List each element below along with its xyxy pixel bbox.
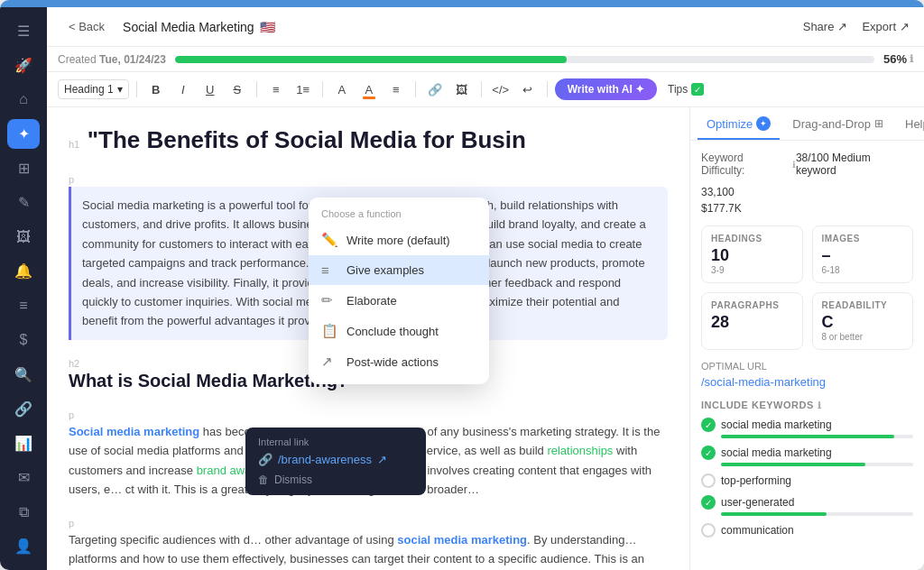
share-button[interactable]: Share ↗ — [803, 20, 848, 33]
sidebar-icon-email[interactable]: ✉ — [7, 464, 40, 492]
app-wrapper: ☰ 🚀 ⌂ ✦ ⊞ ✎ 🖼 🔔 ≡ $ 🔍 🔗 📊 ✉ ⧉ 👤 < Back S… — [0, 0, 924, 570]
ai-dropdown-label: Choose a function — [309, 205, 489, 225]
p-marker-1: p — [69, 174, 74, 185]
sidebar-icon-edit[interactable]: ✎ — [7, 188, 40, 217]
kw-check-1: ✓ — [701, 418, 716, 432]
link-button[interactable]: 🔗 — [423, 78, 447, 101]
ordered-list-button[interactable]: 1≡ — [291, 78, 315, 101]
content-and-right: h1 "The Benefits of Social Media for Bus… — [47, 107, 924, 570]
sidebar-icon-layers[interactable]: ⧉ — [7, 498, 40, 527]
progress-bar-track — [175, 56, 874, 63]
export-button[interactable]: Export ↗ — [862, 20, 910, 33]
left-sidebar: ☰ 🚀 ⌂ ✦ ⊞ ✎ 🖼 🔔 ≡ $ 🔍 🔗 📊 ✉ ⧉ 👤 — [0, 7, 47, 570]
kw-bar-fill-4 — [721, 512, 827, 516]
paragraphs-label: PARAGRAPHS — [711, 300, 793, 310]
headings-label: HEADINGS — [711, 234, 793, 244]
tab-optimize[interactable]: Optimize ✦ — [698, 107, 780, 140]
sidebar-icon-dollar[interactable]: $ — [7, 326, 40, 354]
toolbar-separator-1 — [136, 81, 137, 97]
kw-item-1: ✓ social media marketing — [701, 418, 913, 438]
ai-elaborate[interactable]: ✏ Elaborate — [309, 285, 489, 316]
underline-button[interactable]: U — [199, 78, 222, 101]
progress-percentage: 56% ℹ — [883, 52, 913, 66]
sidebar-icon-link[interactable]: 🔗 — [7, 394, 40, 423]
kw-check-5 — [701, 523, 716, 538]
kw-bar-fill-2 — [721, 463, 865, 466]
link-icon: 🔗 — [258, 453, 273, 466]
italic-button[interactable]: I — [171, 78, 195, 101]
sidebar-icon-menu[interactable]: ☰ — [7, 16, 40, 45]
images-label: IMAGES — [822, 234, 904, 244]
ai-conclude[interactable]: 📋 Conclude thought — [309, 316, 489, 346]
tab-help[interactable]: Help ? — [896, 107, 924, 140]
link-relationships[interactable]: relationships — [547, 444, 613, 457]
sidebar-icon-list[interactable]: ≡ — [7, 291, 40, 320]
internal-link-popup: Internal link 🔗 /brand-awareness ↗ 🗑 Dis… — [245, 428, 426, 495]
p-marker-3: p — [69, 518, 74, 529]
readability-stat-box: READABILITY C 8 or better — [812, 292, 914, 350]
p-marker-2: p — [69, 409, 74, 420]
optimal-url-section: OPTIMAL URL /social-media-marketing — [701, 361, 913, 389]
font-color-button[interactable]: A — [330, 78, 354, 101]
kw-name-5: communication — [721, 524, 794, 537]
sidebar-icon-rocket[interactable]: 🚀 — [7, 51, 40, 79]
strikethrough-button[interactable]: S — [226, 78, 249, 101]
link-social-media-marketing-1[interactable]: Social media marketing — [69, 425, 199, 438]
unordered-list-button[interactable]: ≡ — [264, 78, 288, 101]
heading-select[interactable]: Heading 1 ▾ — [58, 79, 129, 99]
ai-post-wide[interactable]: ↗ Post-wide actions — [309, 346, 489, 377]
progress-bar-area: Created Tue, 01/24/23 56% ℹ — [47, 47, 924, 72]
trash-icon: 🗑 — [258, 473, 269, 486]
headings-value: 10 — [711, 246, 793, 265]
tips-label: Tips ✓ — [668, 83, 704, 96]
sidebar-icon-bell[interactable]: 🔔 — [7, 257, 40, 286]
highlight-button[interactable]: A — [357, 78, 381, 101]
sidebar-icon-home[interactable]: ⌂ — [7, 85, 40, 114]
sidebar-icon-image[interactable]: 🖼 — [7, 223, 40, 252]
h2-marker: h2 — [69, 358, 79, 369]
ai-dropdown: Choose a function ✏️ Write more (default… — [309, 198, 489, 384]
sidebar-icon-user[interactable]: 👤 — [7, 532, 40, 561]
editor-area[interactable]: h1 "The Benefits of Social Media for Bus… — [47, 107, 689, 570]
toolbar-separator-3 — [322, 81, 323, 97]
undo-button[interactable]: ↩ — [516, 78, 540, 101]
write-icon: ✏️ — [321, 232, 337, 248]
internal-link-url[interactable]: 🔗 /brand-awareness ↗ — [258, 453, 413, 466]
align-button[interactable]: ≡ — [384, 78, 408, 101]
link-dismiss-button[interactable]: 🗑 Dismiss — [258, 473, 413, 486]
external-link-icon: ↗ — [377, 453, 387, 466]
stats-grid: HEADINGS 10 3-9 IMAGES – 6-18 PARAGRAPHS — [701, 225, 913, 350]
sidebar-icon-grid[interactable]: ⊞ — [7, 154, 40, 183]
kw-stats: 33,100 — [701, 186, 913, 198]
main-area: ☰ 🚀 ⌂ ✦ ⊞ ✎ 🖼 🔔 ≡ $ 🔍 🔗 📊 ✉ ⧉ 👤 < Back S… — [0, 7, 924, 570]
examples-icon: ≡ — [321, 262, 337, 278]
post-wide-icon: ↗ — [321, 354, 337, 370]
tab-drag-drop[interactable]: Drag-and-Drop ⊞ — [783, 107, 892, 140]
image-button[interactable]: 🖼 — [450, 78, 474, 101]
kw-item-3: top-performing — [701, 473, 913, 488]
sidebar-icon-active[interactable]: ✦ — [7, 119, 40, 148]
kw-name-3: top-performing — [721, 474, 791, 487]
code-button[interactable]: </> — [489, 78, 513, 101]
readability-value: C — [822, 313, 904, 332]
share-icon: ↗ — [837, 20, 847, 33]
toolbar: Heading 1 ▾ B I U S ≡ 1≡ A A ≡ 🔗 🖼 </> — [47, 72, 924, 107]
bold-button[interactable]: B — [144, 78, 168, 101]
headings-stat-box: HEADINGS 10 3-9 — [701, 225, 803, 283]
tips-checkbox[interactable]: ✓ — [691, 83, 704, 96]
write-ai-button[interactable]: Write with AI ✦ — [555, 78, 657, 100]
toolbar-separator-6 — [547, 81, 548, 97]
ai-give-examples[interactable]: ≡ Give examples — [309, 255, 489, 285]
sidebar-icon-chart[interactable]: 📊 — [7, 429, 40, 458]
editor-para3: Targeting specific audiences with d… oth… — [69, 530, 668, 570]
link-social-media-3[interactable]: social media marketing — [397, 533, 527, 547]
back-button[interactable]: < Back — [61, 16, 112, 37]
top-bar — [0, 0, 924, 7]
editor-h1-block: h1 "The Benefits of Social Media for Bus… — [69, 125, 668, 156]
toolbar-separator-4 — [415, 81, 416, 97]
elaborate-icon: ✏ — [321, 292, 337, 308]
include-kw-label: Include Keywords ℹ — [701, 400, 913, 410]
paragraphs-value: 28 — [711, 313, 793, 332]
ai-write-more[interactable]: ✏️ Write more (default) — [309, 225, 489, 255]
sidebar-icon-search[interactable]: 🔍 — [7, 360, 40, 389]
